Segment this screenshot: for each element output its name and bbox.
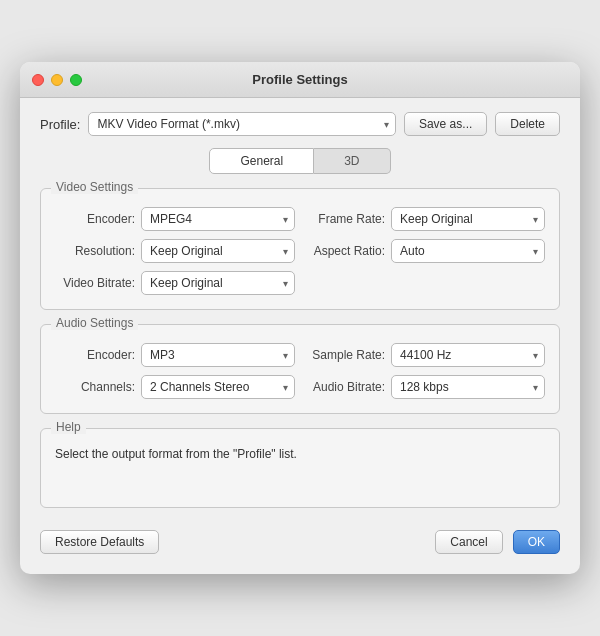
window-title: Profile Settings (252, 72, 347, 87)
video-empty-cell (305, 271, 545, 295)
audio-encoder-field[interactable]: MP3 AAC OGG FLAC (141, 343, 295, 367)
close-button[interactable] (32, 74, 44, 86)
sample-rate-select[interactable]: 44100 Hz 22050 Hz 48000 Hz (391, 343, 545, 367)
channels-label: Channels: (55, 380, 135, 394)
audio-bitrate-select[interactable]: 128 kbps 192 kbps 256 kbps 320 kbps (391, 375, 545, 399)
encoder-label: Encoder: (55, 212, 135, 226)
aspect-ratio-field[interactable]: Auto 16:9 4:3 (391, 239, 545, 263)
help-text: Select the output format from the "Profi… (55, 447, 545, 461)
ok-button[interactable]: OK (513, 530, 560, 554)
titlebar: Profile Settings (20, 62, 580, 98)
video-bitrate-select[interactable]: Keep Original 1000 kbps 2000 kbps 4000 k… (141, 271, 295, 295)
profile-settings-window: Profile Settings Profile: MKV Video Form… (20, 62, 580, 574)
frame-rate-row: Frame Rate: Keep Original 24 fps 30 fps … (305, 207, 545, 231)
audio-bitrate-row: Audio Bitrate: 128 kbps 192 kbps 256 kbp… (305, 375, 545, 399)
video-bitrate-label: Video Bitrate: (55, 276, 135, 290)
footer: Restore Defaults Cancel OK (40, 522, 560, 558)
restore-defaults-button[interactable]: Restore Defaults (40, 530, 159, 554)
audio-settings-title: Audio Settings (51, 316, 138, 330)
encoder-select[interactable]: MPEG4 H.264 H.265 VP8 (141, 207, 295, 231)
video-settings-content: Encoder: MPEG4 H.264 H.265 VP8 Frame Rat… (55, 207, 545, 295)
tab-general[interactable]: General (209, 148, 314, 174)
video-bitrate-row: Video Bitrate: Keep Original 1000 kbps 2… (55, 271, 295, 295)
video-settings-grid: Encoder: MPEG4 H.264 H.265 VP8 Frame Rat… (55, 207, 545, 295)
audio-settings-section: Audio Settings Encoder: MP3 AAC OGG FLAC (40, 324, 560, 414)
channels-select[interactable]: 2 Channels Stereo 1 Channel Mono 5.1 Sur… (141, 375, 295, 399)
audio-settings-content: Encoder: MP3 AAC OGG FLAC Sample Rate: (55, 343, 545, 399)
audio-settings-grid: Encoder: MP3 AAC OGG FLAC Sample Rate: (55, 343, 545, 399)
sample-rate-field[interactable]: 44100 Hz 22050 Hz 48000 Hz (391, 343, 545, 367)
footer-right-buttons: Cancel OK (435, 530, 560, 554)
aspect-ratio-row: Aspect Ratio: Auto 16:9 4:3 (305, 239, 545, 263)
sample-rate-label: Sample Rate: (305, 348, 385, 362)
resolution-field[interactable]: Keep Original 1080p 720p 480p (141, 239, 295, 263)
traffic-lights (32, 74, 82, 86)
profile-row: Profile: MKV Video Format (*.mkv) MP4 Vi… (40, 112, 560, 136)
audio-bitrate-field[interactable]: 128 kbps 192 kbps 256 kbps 320 kbps (391, 375, 545, 399)
aspect-ratio-select[interactable]: Auto 16:9 4:3 (391, 239, 545, 263)
main-content: Profile: MKV Video Format (*.mkv) MP4 Vi… (20, 98, 580, 574)
tab-3d[interactable]: 3D (314, 148, 390, 174)
cancel-button[interactable]: Cancel (435, 530, 502, 554)
audio-encoder-row: Encoder: MP3 AAC OGG FLAC (55, 343, 295, 367)
video-settings-title: Video Settings (51, 180, 138, 194)
profile-select[interactable]: MKV Video Format (*.mkv) MP4 Video Forma… (88, 112, 395, 136)
minimize-button[interactable] (51, 74, 63, 86)
save-as-button[interactable]: Save as... (404, 112, 487, 136)
channels-field[interactable]: 2 Channels Stereo 1 Channel Mono 5.1 Sur… (141, 375, 295, 399)
delete-button[interactable]: Delete (495, 112, 560, 136)
encoder-field[interactable]: MPEG4 H.264 H.265 VP8 (141, 207, 295, 231)
tab-bar: General 3D (40, 148, 560, 174)
resolution-label: Resolution: (55, 244, 135, 258)
help-title: Help (51, 420, 86, 434)
resolution-select[interactable]: Keep Original 1080p 720p 480p (141, 239, 295, 263)
profile-dropdown[interactable]: MKV Video Format (*.mkv) MP4 Video Forma… (88, 112, 395, 136)
maximize-button[interactable] (70, 74, 82, 86)
audio-encoder-label: Encoder: (55, 348, 135, 362)
frame-rate-field[interactable]: Keep Original 24 fps 30 fps 60 fps (391, 207, 545, 231)
resolution-row: Resolution: Keep Original 1080p 720p 480… (55, 239, 295, 263)
frame-rate-select[interactable]: Keep Original 24 fps 30 fps 60 fps (391, 207, 545, 231)
audio-bitrate-label: Audio Bitrate: (305, 380, 385, 394)
channels-row: Channels: 2 Channels Stereo 1 Channel Mo… (55, 375, 295, 399)
sample-rate-row: Sample Rate: 44100 Hz 22050 Hz 48000 Hz (305, 343, 545, 367)
aspect-ratio-label: Aspect Ratio: (305, 244, 385, 258)
audio-encoder-select[interactable]: MP3 AAC OGG FLAC (141, 343, 295, 367)
video-settings-section: Video Settings Encoder: MPEG4 H.264 H.26… (40, 188, 560, 310)
encoder-row: Encoder: MPEG4 H.264 H.265 VP8 (55, 207, 295, 231)
profile-label: Profile: (40, 117, 80, 132)
video-bitrate-field[interactable]: Keep Original 1000 kbps 2000 kbps 4000 k… (141, 271, 295, 295)
help-section: Help Select the output format from the "… (40, 428, 560, 508)
frame-rate-label: Frame Rate: (305, 212, 385, 226)
